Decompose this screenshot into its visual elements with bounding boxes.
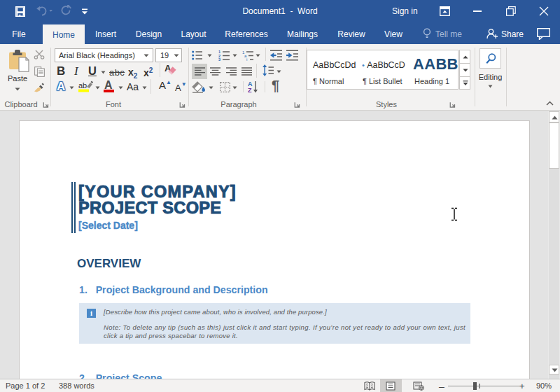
svg-text:Z: Z — [248, 87, 252, 93]
svg-text:ab: ab — [78, 81, 87, 90]
svg-text:3: 3 — [218, 57, 220, 61]
svg-text:i: i — [246, 57, 247, 61]
